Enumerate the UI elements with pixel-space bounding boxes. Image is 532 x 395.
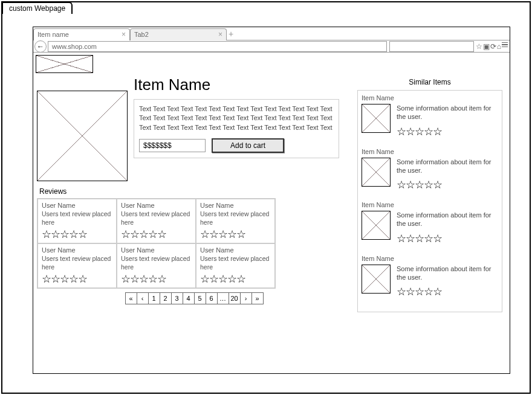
similar-item-name: Item Name (362, 255, 498, 262)
similar-item-image-placeholder (362, 211, 391, 240)
similar-item-stars: ☆☆☆☆☆ (397, 179, 498, 190)
review-cell: User NameUsers text review placed here☆☆… (37, 243, 117, 288)
price-input[interactable] (139, 139, 206, 152)
similar-item-name: Item Name (362, 201, 498, 208)
pagination: « ‹ 123456…20›» (37, 292, 351, 304)
toolbar-icons: ☆ ▣ ⟳ ⌂ (474, 42, 510, 51)
page-number-button[interactable]: 6 (206, 292, 218, 304)
product-details-box: Text Text Text Text Text Text Text Text … (134, 99, 339, 158)
add-to-cart-button[interactable]: Add to cart (212, 138, 284, 153)
similar-item-description: Some information about item for the user… (397, 265, 498, 282)
product-image-placeholder (37, 91, 128, 181)
similar-item[interactable]: Item NameSome information about item for… (362, 94, 498, 137)
similar-item[interactable]: Item NameSome information about item for… (362, 148, 498, 191)
review-text: Users text review placed here (200, 210, 271, 226)
main-column: Item Name Text Text Text Text Text Text … (37, 75, 351, 312)
similar-item-description: Some information about item for the user… (397, 104, 498, 121)
sidebar-column: Similar Items Item NameSome information … (357, 75, 502, 312)
page-prev-button[interactable]: ‹ (137, 292, 149, 304)
product-section: Item Name Text Text Text Text Text Text … (37, 75, 351, 181)
browser-frame: Item name × Tab2 × + ← www.shop.com ☆ ▣ … (33, 27, 510, 374)
review-text: Users text review placed here (121, 255, 192, 271)
review-cell: User NameUsers text review placed here☆☆… (37, 199, 117, 243)
review-stars: ☆☆☆☆☆ (42, 274, 112, 284)
product-description: Text Text Text Text Text Text Text Text … (139, 104, 334, 132)
review-stars: ☆☆☆☆☆ (42, 229, 112, 240)
review-stars: ☆☆☆☆☆ (200, 274, 271, 284)
close-icon[interactable]: × (218, 30, 222, 39)
bookmark-icon[interactable]: ▣ (483, 42, 490, 51)
page-number-button[interactable]: 20 (229, 292, 241, 304)
add-tab-button[interactable]: + (227, 29, 235, 39)
page-content: Item Name Text Text Text Text Text Text … (33, 75, 510, 316)
reviews-heading: Reviews (39, 187, 351, 196)
page-number-button[interactable]: 5 (194, 292, 206, 304)
page-number-button[interactable]: 2 (160, 292, 172, 304)
page-number-button[interactable]: 4 (183, 292, 195, 304)
similar-item-description: Some information about item for the user… (397, 158, 498, 175)
similar-item-description: Some information about item for the user… (397, 211, 498, 228)
similar-item-stars: ☆☆☆☆☆ (397, 126, 498, 137)
review-stars: ☆☆☆☆☆ (121, 274, 192, 284)
page-first-button[interactable]: « (125, 292, 137, 304)
page-number-button[interactable]: … (217, 292, 229, 304)
window-tab-label: custom Webpage (2, 2, 73, 14)
review-user: User Name (200, 246, 271, 254)
browser-tab-2[interactable]: Tab2 × (130, 28, 227, 40)
tab-label: Item name (37, 31, 69, 38)
similar-item[interactable]: Item NameSome information about item for… (362, 255, 498, 298)
site-logo-placeholder (36, 55, 93, 73)
review-text: Users text review placed here (42, 210, 112, 226)
review-cell: User NameUsers text review placed here☆☆… (196, 199, 275, 243)
tab-label: Tab2 (134, 31, 149, 38)
similar-item-stars: ☆☆☆☆☆ (397, 286, 498, 297)
similar-item[interactable]: Item NameSome information about item for… (362, 201, 498, 244)
review-cell: User NameUsers text review placed here☆☆… (117, 199, 196, 243)
review-text: Users text review placed here (200, 255, 271, 271)
review-user: User Name (42, 246, 112, 254)
window-frame: custom Webpage Item name × Tab2 × + ← ww… (1, 1, 531, 394)
review-text: Users text review placed here (121, 210, 192, 226)
review-user: User Name (42, 202, 112, 209)
review-user: User Name (121, 202, 192, 209)
search-input[interactable] (389, 41, 474, 52)
product-info: Item Name Text Text Text Text Text Text … (134, 75, 351, 158)
similar-item-image-placeholder (362, 158, 391, 187)
menu-icon[interactable] (502, 42, 508, 51)
similar-items-box: Item NameSome information about item for… (357, 90, 502, 312)
similar-item-image-placeholder (362, 265, 391, 294)
similar-item-name: Item Name (362, 94, 498, 101)
refresh-icon[interactable]: ⟳ (490, 42, 496, 51)
review-user: User Name (121, 246, 192, 254)
browser-tab-1[interactable]: Item name × (33, 28, 130, 40)
back-button[interactable]: ← (34, 40, 47, 53)
page-last-button[interactable]: » (251, 292, 264, 304)
review-cell: User NameUsers text review placed here☆☆… (117, 243, 196, 288)
similar-item-image-placeholder (362, 104, 391, 133)
similar-items-heading: Similar Items (357, 78, 502, 86)
home-icon[interactable]: ⌂ (497, 42, 501, 51)
review-stars: ☆☆☆☆☆ (121, 229, 192, 240)
product-title: Item Name (134, 75, 351, 94)
address-bar-row: ← www.shop.com ☆ ▣ ⟳ ⌂ (33, 40, 510, 53)
browser-tabs: Item name × Tab2 × + (33, 27, 510, 40)
similar-item-name: Item Name (362, 148, 498, 155)
page-next-button[interactable]: › (240, 292, 252, 304)
page-number-button[interactable]: 3 (171, 292, 183, 304)
review-stars: ☆☆☆☆☆ (200, 229, 271, 240)
price-row: Add to cart (139, 138, 334, 153)
reviews-grid: User NameUsers text review placed here☆☆… (37, 198, 276, 289)
favorite-icon[interactable]: ☆ (476, 42, 482, 51)
review-user: User Name (200, 202, 271, 209)
url-input[interactable]: www.shop.com (48, 41, 387, 52)
review-cell: User NameUsers text review placed here☆☆… (196, 243, 275, 288)
page-number-button[interactable]: 1 (148, 292, 160, 304)
close-icon[interactable]: × (122, 30, 126, 39)
review-text: Users text review placed here (42, 255, 112, 271)
similar-item-stars: ☆☆☆☆☆ (397, 233, 498, 244)
